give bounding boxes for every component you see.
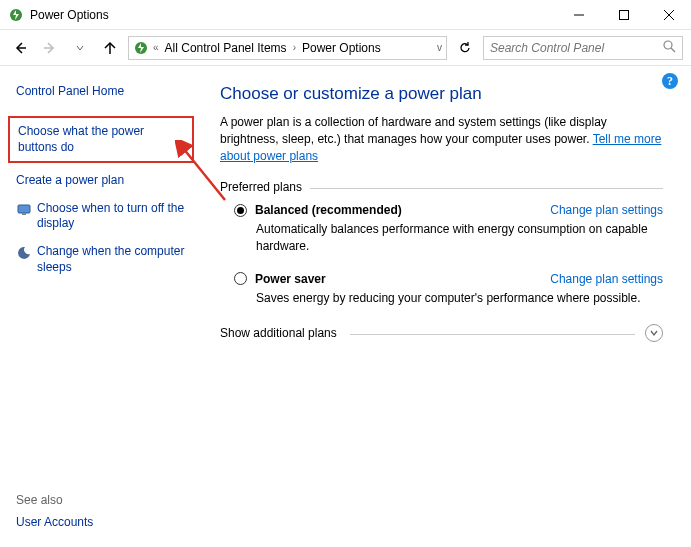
minimize-button[interactable]: [556, 0, 601, 30]
search-input[interactable]: [490, 41, 662, 55]
app-icon: [8, 7, 24, 23]
page-description: A power plan is a collection of hardware…: [220, 114, 663, 164]
control-panel-home-link[interactable]: Control Panel Home: [16, 84, 194, 98]
change-plan-settings-link[interactable]: Change plan settings: [550, 203, 663, 217]
plan-description: Saves energy by reducing your computer's…: [256, 290, 663, 306]
plan-header: Power saver Change plan settings: [234, 272, 663, 286]
sidebar-link-label: Change when the computer sleeps: [37, 244, 194, 275]
breadcrumb-icon: [133, 40, 149, 56]
sidebar-link-label: Create a power plan: [16, 173, 124, 189]
sidebar-link-choose-display-off[interactable]: Choose when to turn off the display: [16, 201, 194, 232]
chevron-down-icon[interactable]: [645, 324, 663, 342]
chevron-left-icon: «: [153, 42, 159, 53]
window-controls: [556, 0, 691, 30]
radio-power-saver[interactable]: [234, 272, 247, 285]
change-plan-settings-link[interactable]: Change plan settings: [550, 272, 663, 286]
maximize-button[interactable]: [601, 0, 646, 30]
radio-balanced[interactable]: [234, 204, 247, 217]
plan-header: Balanced (recommended) Change plan setti…: [234, 203, 663, 217]
sidebar-link-change-sleep[interactable]: Change when the computer sleeps: [16, 244, 194, 275]
sidebar-link-label: Choose what the power buttons do: [18, 124, 184, 155]
navbar: « All Control Panel Items › Power Option…: [0, 30, 691, 66]
sidebar: Control Panel Home Choose what the power…: [0, 66, 210, 547]
sidebar-link-label: Choose when to turn off the display: [37, 201, 194, 232]
window-title: Power Options: [30, 8, 109, 22]
chevron-right-icon: ›: [293, 42, 296, 53]
svg-point-9: [664, 41, 672, 49]
svg-rect-2: [619, 10, 628, 19]
plan-description: Automatically balances performance with …: [256, 221, 663, 253]
show-additional-plans[interactable]: Show additional plans: [220, 324, 663, 342]
sidebar-link-create-plan[interactable]: Create a power plan: [16, 173, 194, 189]
search-box[interactable]: [483, 36, 683, 60]
divider: [310, 188, 663, 189]
main-panel: ? Choose or customize a power plan A pow…: [210, 66, 691, 547]
preferred-plans-label: Preferred plans: [220, 180, 663, 194]
page-heading: Choose or customize a power plan: [220, 84, 663, 104]
description-text: A power plan is a collection of hardware…: [220, 115, 607, 146]
plan-power-saver: Power saver Change plan settings Saves e…: [220, 272, 663, 306]
chevron-down-icon[interactable]: v: [437, 42, 442, 53]
breadcrumb-item[interactable]: All Control Panel Items: [163, 41, 289, 55]
plan-balanced: Balanced (recommended) Change plan setti…: [220, 203, 663, 253]
titlebar: Power Options: [0, 0, 691, 30]
breadcrumb-item[interactable]: Power Options: [300, 41, 383, 55]
moon-icon: [16, 245, 32, 261]
help-icon[interactable]: ?: [661, 72, 679, 93]
sidebar-link-choose-buttons[interactable]: Choose what the power buttons do: [8, 116, 194, 163]
see-also-label: See also: [16, 493, 63, 507]
forward-button[interactable]: [38, 36, 62, 60]
search-icon[interactable]: [662, 39, 676, 56]
recent-dropdown[interactable]: [68, 36, 92, 60]
back-button[interactable]: [8, 36, 32, 60]
monitor-icon: [16, 202, 32, 218]
divider: [350, 334, 635, 335]
user-accounts-link[interactable]: User Accounts: [16, 515, 93, 529]
plan-name: Power saver: [255, 272, 326, 286]
show-more-label: Show additional plans: [220, 326, 337, 340]
svg-rect-11: [18, 205, 30, 213]
svg-rect-12: [22, 213, 26, 215]
content-area: Control Panel Home Choose what the power…: [0, 66, 691, 547]
svg-text:?: ?: [667, 74, 673, 88]
up-button[interactable]: [98, 36, 122, 60]
close-button[interactable]: [646, 0, 691, 30]
breadcrumb[interactable]: « All Control Panel Items › Power Option…: [128, 36, 447, 60]
svg-line-10: [671, 48, 675, 52]
refresh-button[interactable]: [453, 36, 477, 60]
plan-name: Balanced (recommended): [255, 203, 402, 217]
